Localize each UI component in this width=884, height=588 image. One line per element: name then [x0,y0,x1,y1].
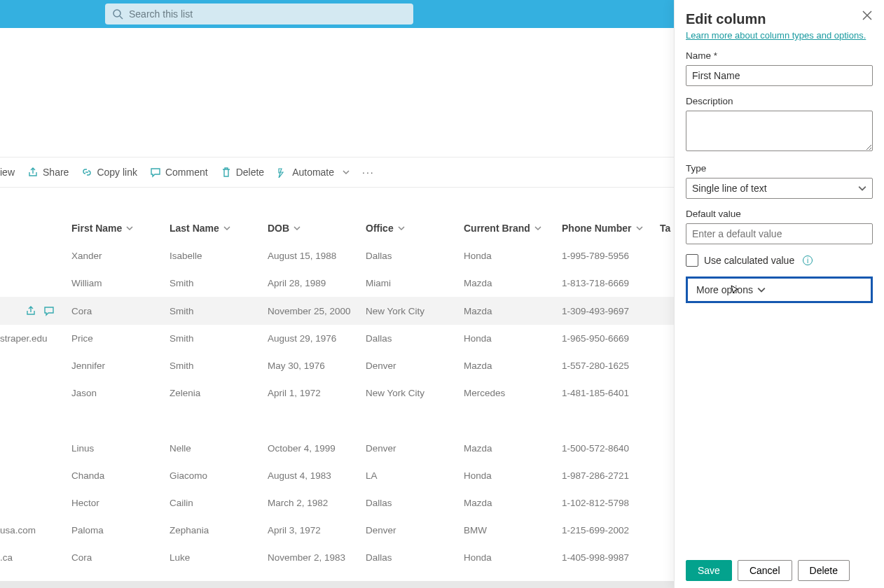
delete-label: Delete [236,167,264,178]
cell-dob: November 25, 2000 [263,297,361,325]
cell-office: Denver [361,517,460,544]
cell-first: Price [67,325,165,352]
col-last-name[interactable]: Last Name [165,214,263,242]
view-label: iew [0,167,15,178]
default-value-input[interactable] [686,223,873,244]
cancel-button[interactable]: Cancel [738,560,792,581]
cell-dob: August 29, 1976 [263,325,361,352]
cell-first: Cora [67,544,165,571]
description-input[interactable] [686,111,873,151]
col-current-brand[interactable]: Current Brand [460,214,558,242]
row-pre-text: straper.edu [0,333,48,344]
delete-button[interactable]: Delete [798,560,850,581]
cell-phone: 1-965-950-6669 [558,325,656,352]
cell-office: Dallas [361,544,460,571]
cell-brand: Mazda [460,270,558,297]
share-icon[interactable] [25,305,36,316]
col-phone-number-label: Phone Number [562,223,632,234]
chevron-down-icon [398,225,405,232]
comment-icon[interactable] [43,305,55,316]
search-icon [112,8,123,20]
cell-phone: 1-557-280-1625 [558,352,656,379]
cell-phone: 1-987-286-2721 [558,462,656,489]
more-options-button[interactable]: More options [686,276,873,303]
cell-last: Smith [165,325,263,352]
col-office[interactable]: Office [361,214,460,242]
cell-last: Nelle [165,435,263,462]
cell-brand: Mazda [460,352,558,379]
chevron-down-icon [757,286,766,294]
more-options-label: More options [696,284,753,295]
cell-brand: Honda [460,462,558,489]
chevron-down-icon [223,225,230,232]
flow-icon [277,167,288,178]
cell-phone: 1-500-572-8640 [558,435,656,462]
info-icon[interactable]: i [803,255,813,265]
comment-command[interactable]: Comment [150,167,208,178]
type-select[interactable]: Single line of text [686,178,873,199]
cell-last: Isabelle [165,242,263,270]
cell-brand: Honda [460,325,558,352]
col-first-name[interactable]: First Name [67,214,165,242]
cell-last: Smith [165,352,263,379]
svg-point-0 [113,10,120,17]
chevron-down-icon [126,225,133,232]
cell-office: New York City [361,379,460,407]
delete-command[interactable]: Delete [221,167,264,178]
cell-phone: 1-102-812-5798 [558,489,656,517]
col-phone-number[interactable]: Phone Number [558,214,656,242]
learn-more-link[interactable]: Learn more about column types and option… [686,30,873,41]
cell-dob: August 15, 1988 [263,242,361,270]
search-box[interactable] [105,4,413,24]
cell-first: Jennifer [67,352,165,379]
cell-last: Zephania [165,517,263,544]
share-icon [27,167,39,178]
calculated-value-checkbox[interactable] [686,254,698,267]
name-input[interactable] [686,65,873,86]
cell-brand: Honda [460,544,558,571]
cell-dob: April 28, 1989 [263,270,361,297]
cell-brand: Mercedes [460,379,558,407]
cell-first: William [67,270,165,297]
col-first-name-label: First Name [71,223,122,234]
chevron-down-icon [293,225,301,232]
col-dob-label: DOB [268,223,289,234]
close-icon[interactable] [862,10,873,21]
cell-dob: October 4, 1999 [263,435,361,462]
cell-office: Denver [361,435,460,462]
cell-office: Dallas [361,242,460,270]
row-pre-text: usa.com [0,525,36,536]
view-command[interactable]: iew [0,167,15,178]
cell-phone: 1-405-998-9987 [558,544,656,571]
more-commands[interactable]: ··· [362,167,375,178]
col-current-brand-label: Current Brand [464,223,530,234]
horizontal-scrollbar[interactable] [0,581,674,588]
chevron-down-icon [858,184,866,192]
col-ta-label: Ta [660,223,670,234]
cell-dob: March 2, 1982 [263,489,361,517]
col-dob[interactable]: DOB [263,214,361,242]
cell-brand: Honda [460,242,558,270]
cell-office: New York City [361,297,460,325]
description-label: Description [686,96,873,106]
cell-phone: 1-215-699-2002 [558,517,656,544]
automate-command[interactable]: Automate [277,167,350,178]
chevron-down-icon [343,169,350,176]
cell-office: Dallas [361,325,460,352]
default-value-label: Default value [686,209,873,219]
cell-first: Hector [67,489,165,517]
save-button[interactable]: Save [686,560,732,581]
search-input[interactable] [129,8,406,20]
cell-dob: April 1, 1972 [263,379,361,407]
cell-first: Chanda [67,462,165,489]
cell-phone: 1-309-493-9697 [558,297,656,325]
cell-last: Zelenia [165,379,263,407]
cell-dob: April 3, 1972 [263,517,361,544]
name-label: Name * [686,50,873,61]
copylink-command[interactable]: Copy link [81,167,137,178]
share-command[interactable]: Share [27,167,69,178]
cell-first: Jason [67,379,165,407]
calculated-value-label: Use calculated value [704,255,794,266]
cell-first: Linus [67,435,165,462]
cell-phone: 1-481-185-6401 [558,379,656,407]
